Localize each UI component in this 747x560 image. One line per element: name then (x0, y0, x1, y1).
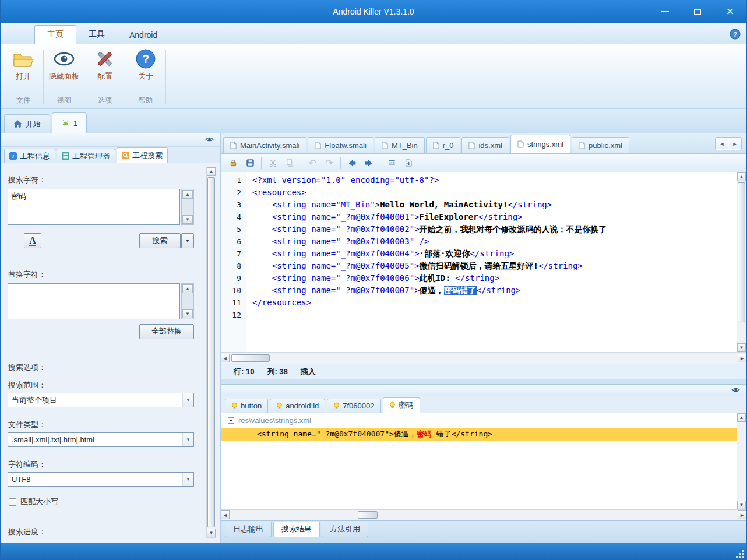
scrollbar-thumb[interactable] (358, 511, 378, 519)
resize-grip[interactable] (735, 549, 744, 558)
match-case-checkbox[interactable] (9, 498, 16, 506)
file-tab-mainactivity-smali[interactable]: MainActivity.smali (223, 137, 306, 153)
doc-tab-project-1[interactable]: 1 (52, 112, 87, 133)
export-button[interactable] (401, 156, 416, 170)
spin-up-button[interactable] (182, 284, 193, 293)
file-tab-ids-xml[interactable]: ids.xml (461, 137, 509, 153)
code-line[interactable]: 5 <string name="_?m@0x7f040002">开始之前，我想对… (221, 223, 746, 235)
scroll-left-button[interactable] (221, 510, 230, 519)
scrollbar-thumb[interactable] (207, 177, 215, 527)
font-settings-button[interactable] (24, 233, 41, 248)
hide-panel-button[interactable]: 隐藏面板 (49, 45, 79, 80)
maximize-button[interactable] (686, 2, 709, 21)
result-tab-android-id[interactable]: android:id (270, 399, 325, 413)
cut-button[interactable] (265, 156, 280, 170)
eye-icon (52, 47, 76, 71)
scroll-down-button[interactable] (737, 501, 746, 509)
scrollbar-thumb[interactable] (738, 182, 745, 322)
sidebar-collapse-button[interactable] (205, 136, 214, 143)
sidebar-vscrollbar[interactable] (206, 167, 216, 538)
tab-search-results[interactable]: 搜索结果 (273, 522, 320, 537)
search-input[interactable]: 密码 (8, 189, 180, 225)
tree-node-strings-xml[interactable]: res\values\strings.xml (221, 413, 746, 427)
scope-select[interactable]: 当前整个项目 (8, 393, 194, 407)
scroll-right-button[interactable] (738, 510, 746, 519)
chevron-down-icon[interactable] (182, 433, 193, 446)
search-dropdown-button[interactable] (181, 233, 194, 248)
goto-line-button[interactable] (384, 156, 399, 170)
sidebar-tab-project-manager[interactable]: 工程管理器 (57, 149, 115, 163)
copy-button[interactable] (282, 156, 297, 170)
scroll-down-button[interactable] (207, 529, 216, 537)
open-button[interactable]: 打开 (8, 45, 38, 80)
encoding-select[interactable]: UTF8 (8, 472, 194, 487)
scroll-up-button[interactable] (737, 413, 746, 422)
scroll-left-button[interactable] (221, 354, 230, 362)
search-button[interactable]: 搜索 (139, 233, 181, 248)
code-line[interactable]: 10 <string name="_?m@0x7f040007">傻逼，密码错了… (221, 284, 746, 297)
code-line[interactable]: 11</resources> (221, 297, 746, 309)
ribbon-tab-home[interactable]: 主页 (34, 25, 76, 44)
configure-button[interactable]: 配置 (90, 45, 120, 80)
scroll-up-button[interactable] (207, 167, 216, 176)
file-type-select[interactable]: .smali|.xml|.txt|.htm|.html (8, 432, 194, 447)
doc-tab-start[interactable]: 开始 (4, 114, 50, 133)
code-line[interactable]: 4 <string name="_?m@0x7f040001">FileExpl… (221, 211, 746, 223)
replace-all-button[interactable]: 全部替换 (139, 324, 194, 339)
navigate-forward-button[interactable] (361, 156, 376, 170)
code-line[interactable]: 8 <string name="_?m@0x7f040005">微信扫码解锁后，… (221, 260, 746, 272)
ribbon-tab-tools[interactable]: 工具 (76, 26, 117, 44)
file-tab-strings-xml[interactable]: strings.xml (510, 135, 570, 153)
close-button[interactable] (718, 2, 742, 21)
results-collapse-button[interactable] (731, 386, 741, 394)
chevron-down-icon[interactable] (182, 473, 193, 486)
search-match-row[interactable]: <string name="_?m@0x7f040007">傻逼，密码 错了</… (221, 428, 746, 441)
tab-scroll-left-button[interactable] (716, 138, 728, 149)
spin-down-button[interactable] (182, 309, 193, 318)
help-button[interactable]: ? (730, 29, 741, 40)
tab-log-output[interactable]: 日志输出 (225, 522, 272, 537)
replace-input[interactable] (8, 283, 180, 319)
scroll-up-button[interactable] (737, 172, 746, 181)
code-line[interactable]: 2<resources> (221, 186, 746, 199)
results-hscrollbar[interactable] (221, 509, 746, 520)
editor-vscrollbar[interactable] (737, 172, 746, 352)
result-tab-7f060002[interactable]: 7f060002 (327, 399, 380, 413)
navigate-back-button[interactable] (344, 156, 360, 170)
chevron-down-icon[interactable] (182, 393, 193, 407)
code-line[interactable]: 1<?xml version="1.0" encoding="utf-8"?> (221, 174, 746, 186)
file-tab-floatw-smali[interactable]: Floatw.smali (308, 137, 374, 153)
minimize-button[interactable] (653, 2, 676, 21)
spin-down-button[interactable] (182, 215, 193, 224)
file-tab-mt-bin[interactable]: MT_Bin (375, 137, 425, 153)
code-line[interactable]: 3 <string name="MT_Bin">Hello World, Mai… (221, 199, 746, 211)
collapse-icon[interactable] (228, 417, 234, 424)
result-tab-password[interactable]: 密码 (383, 397, 420, 413)
lock-button[interactable] (225, 156, 241, 170)
panel-splitter[interactable] (221, 379, 746, 384)
result-tab-button[interactable]: button (225, 399, 268, 413)
file-tab-r0[interactable]: r_0 (426, 137, 461, 153)
results-vscrollbar[interactable] (737, 413, 746, 509)
code-line[interactable]: 12 (221, 309, 746, 321)
redo-button[interactable] (322, 156, 337, 170)
about-button[interactable]: ? 关于 (131, 45, 161, 80)
undo-button[interactable] (305, 156, 320, 170)
scroll-down-button[interactable] (737, 343, 746, 352)
scrollbar-thumb[interactable] (231, 354, 270, 362)
code-editor[interactable]: 1<?xml version="1.0" encoding="utf-8"?>2… (221, 172, 746, 352)
sidebar-tab-project-info[interactable]: i 工程信息 (4, 149, 55, 163)
code-line[interactable]: 6 <string name="_?m@0x7f040003" /> (221, 235, 746, 248)
spin-up-button[interactable] (182, 190, 193, 199)
code-area[interactable]: 1<?xml version="1.0" encoding="utf-8"?>2… (221, 172, 746, 321)
ribbon-tab-android[interactable]: Android (117, 27, 170, 44)
tab-method-references[interactable]: 方法引用 (322, 522, 368, 537)
code-line[interactable]: 7 <string name="_?m@0x7f040004">·部落·欢迎你<… (221, 248, 746, 260)
editor-hscrollbar[interactable] (221, 352, 746, 364)
save-button[interactable] (242, 156, 258, 170)
file-tab-public-xml[interactable]: public.xml (572, 137, 629, 153)
scroll-right-button[interactable] (738, 354, 746, 362)
code-line[interactable]: 9 <string name="_?m@0x7f040006">此机ID: </… (221, 272, 746, 284)
tab-scroll-right-button[interactable] (729, 138, 741, 149)
sidebar-tab-project-search[interactable]: 工程搜索 (117, 147, 168, 163)
